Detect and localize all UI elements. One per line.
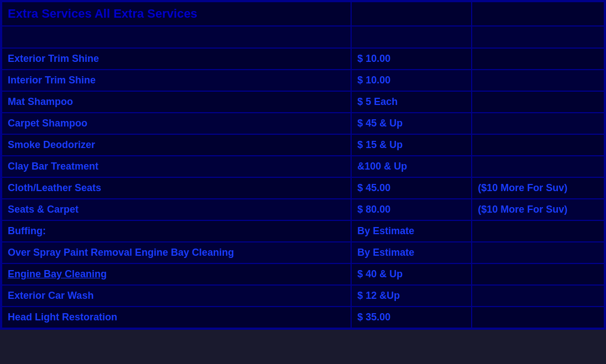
table-row: Clay Bar Treatment &100 & Up: [2, 156, 604, 177]
table-row: Exterior Car Wash $ 12 &Up: [2, 285, 604, 307]
table-row: Smoke Deodorizer $ 15 & Up: [2, 134, 604, 156]
table-row: Exterior Trim Shine $ 10.00: [2, 48, 604, 70]
header-service: Extra Services All Extra Services: [2, 2, 351, 26]
price-label: $ 45.00: [351, 177, 472, 199]
price-label: $ 15 & Up: [351, 134, 472, 156]
header-price: [351, 2, 472, 26]
table-row: Engine Bay Cleaning $ 40 & Up: [2, 263, 604, 285]
table-row: Interior Trim Shine $ 10.00: [2, 70, 604, 91]
table-row: Carpet Shampoo $ 45 & Up: [2, 113, 604, 134]
price-label: $ 10.00: [351, 48, 472, 70]
price-label: &100 & Up: [351, 156, 472, 177]
header-note: [472, 2, 604, 26]
table-row: [2, 26, 604, 48]
table-row: Cloth/Leather Seats $ 45.00 ($10 More Fo…: [2, 177, 604, 199]
table-row: Head Light Restoration $ 35.00: [2, 307, 604, 328]
price-label: By Estimate: [351, 220, 472, 242]
services-table-container: Extra Services All Extra Services Exteri…: [0, 0, 606, 330]
service-label: Head Light Restoration: [2, 307, 351, 328]
price-label: $ 35.00: [351, 307, 472, 328]
note-label: [472, 156, 604, 177]
price-label: $ 45 & Up: [351, 113, 472, 134]
service-label: Cloth/Leather Seats: [2, 177, 351, 199]
note-label: [472, 220, 604, 242]
service-label: Exterior Trim Shine: [2, 48, 351, 70]
price-label: $ 12 &Up: [351, 285, 472, 307]
note-label: [472, 91, 604, 113]
table-row: Over Spray Paint Removal Engine Bay Clea…: [2, 242, 604, 263]
service-label: Interior Trim Shine: [2, 70, 351, 91]
price-label: $ 80.00: [351, 199, 472, 220]
note-label: [472, 113, 604, 134]
note-label: [472, 263, 604, 285]
service-label: Engine Bay Cleaning: [2, 263, 351, 285]
table-row: Seats & Carpet $ 80.00 ($10 More For Suv…: [2, 199, 604, 220]
note-label: [472, 285, 604, 307]
note-label: [472, 307, 604, 328]
service-label: Over Spray Paint Removal Engine Bay Clea…: [2, 242, 351, 263]
service-label: Buffing:: [2, 220, 351, 242]
price-label: $ 5 Each: [351, 91, 472, 113]
services-table: Extra Services All Extra Services Exteri…: [1, 1, 605, 329]
note-label: ($10 More For Suv): [472, 177, 604, 199]
price-label: By Estimate: [351, 242, 472, 263]
note-label: [472, 48, 604, 70]
table-row: Buffing: By Estimate: [2, 220, 604, 242]
service-label: Smoke Deodorizer: [2, 134, 351, 156]
service-label: Carpet Shampoo: [2, 113, 351, 134]
service-label: Clay Bar Treatment: [2, 156, 351, 177]
note-label: [472, 134, 604, 156]
price-label: $ 40 & Up: [351, 263, 472, 285]
service-label: Seats & Carpet: [2, 199, 351, 220]
service-label: Exterior Car Wash: [2, 285, 351, 307]
empty-service: [2, 26, 351, 48]
note-label: ($10 More For Suv): [472, 199, 604, 220]
price-label: $ 10.00: [351, 70, 472, 91]
note-label: [472, 70, 604, 91]
empty-price: [351, 26, 472, 48]
table-header-row: Extra Services All Extra Services: [2, 2, 604, 26]
table-row: Mat Shampoo $ 5 Each: [2, 91, 604, 113]
service-label: Mat Shampoo: [2, 91, 351, 113]
note-label: [472, 242, 604, 263]
empty-note: [472, 26, 604, 48]
